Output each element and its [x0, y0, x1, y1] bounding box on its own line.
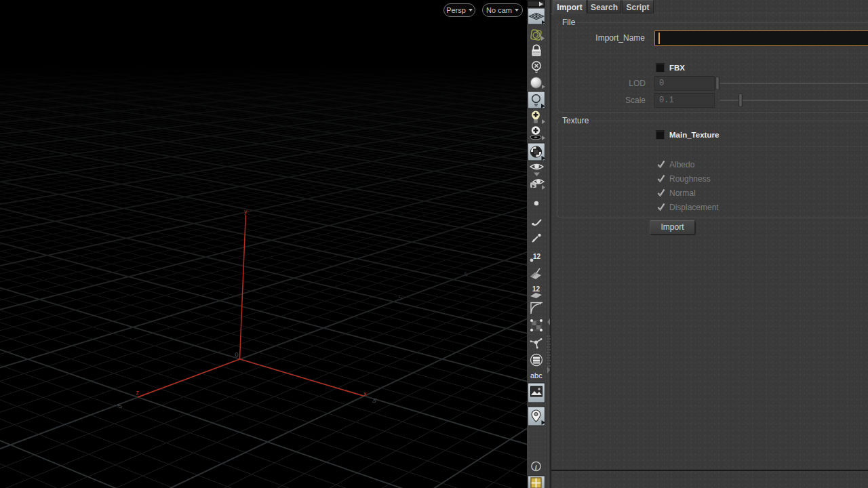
svg-text:abc: abc: [530, 371, 542, 380]
svg-text:z: z: [136, 389, 140, 396]
svg-text:12: 12: [533, 253, 541, 260]
svg-text:y: y: [244, 208, 248, 215]
svg-text:12: 12: [532, 285, 540, 293]
svg-text:i: i: [535, 463, 538, 471]
svg-text:x: x: [363, 390, 367, 397]
